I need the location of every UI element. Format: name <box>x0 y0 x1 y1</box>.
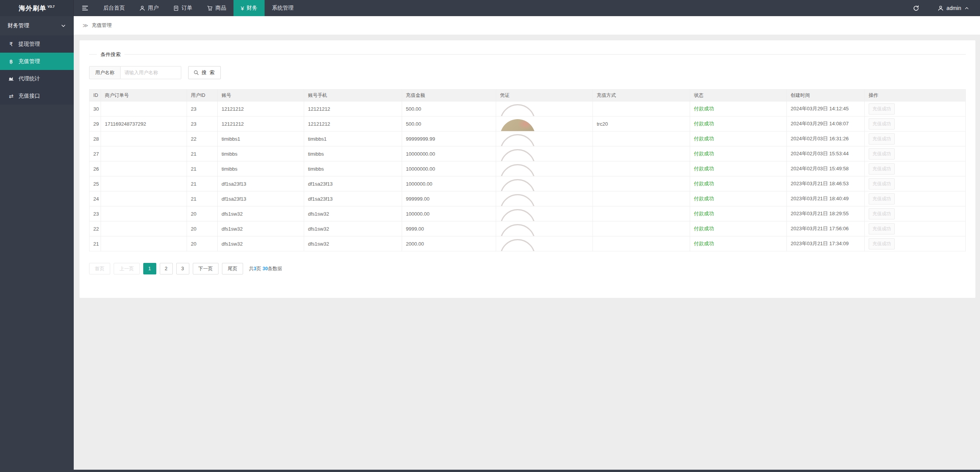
bitcoin-icon: ฿ <box>8 58 15 65</box>
prev-page-button[interactable]: 上一页 <box>114 263 140 274</box>
recharge-status-button[interactable]: 充值成功 <box>869 163 895 175</box>
cell-status: 付款成功 <box>690 176 787 191</box>
table-row: 24 21 df1sa23f13 df1sa23f13 999999.00 付款… <box>89 191 966 206</box>
nav-item-finance[interactable]: ¥ 财务 <box>233 0 265 16</box>
cell-id: 28 <box>89 131 101 146</box>
sidebar-item-recharge-api[interactable]: ⇄ 充值接口 <box>0 87 74 105</box>
last-page-button[interactable]: 尾页 <box>222 263 243 274</box>
nav-item-system[interactable]: 系统管理 <box>265 0 301 16</box>
sidebar-item-withdraw[interactable]: ₹ 提现管理 <box>0 35 74 53</box>
breadcrumb: ≫ 充值管理 <box>74 16 980 35</box>
cell-created: 2023年03月21日 18:40:49 <box>787 191 865 206</box>
voucher-image[interactable] <box>500 179 535 191</box>
cell-user-id: 22 <box>187 131 218 146</box>
cell-phone: 12121212 <box>304 101 402 116</box>
page-1-button[interactable]: 1 <box>143 263 156 274</box>
table-body: 30 23 12121212 12121212 500.00 付款成功 2024… <box>89 101 966 251</box>
user-menu[interactable]: admin <box>929 0 980 16</box>
cell-created: 2023年03月21日 18:29:55 <box>787 206 865 221</box>
recharge-status-button[interactable]: 充值成功 <box>869 118 895 130</box>
rupee-icon: ₹ <box>8 41 15 47</box>
cell-method <box>593 161 690 176</box>
cell-voucher <box>496 236 593 251</box>
cell-amount: 500.00 <box>402 116 496 131</box>
cell-method <box>593 146 690 161</box>
col-voucher: 凭证 <box>496 90 593 101</box>
cell-amount: 99999999.99 <box>402 131 496 146</box>
recharge-status-button[interactable]: 充值成功 <box>869 148 895 160</box>
nav-item-products[interactable]: 商品 <box>200 0 233 16</box>
recharge-status-button[interactable]: 充值成功 <box>869 193 895 204</box>
cell-id: 23 <box>89 206 101 221</box>
recharge-status-button[interactable]: 充值成功 <box>869 208 895 219</box>
voucher-image[interactable] <box>500 134 535 146</box>
cell-status: 付款成功 <box>690 206 787 221</box>
user-icon <box>938 5 944 11</box>
cell-status: 付款成功 <box>690 101 787 116</box>
nav-item-dashboard[interactable]: 后台首页 <box>96 0 132 16</box>
cell-status: 付款成功 <box>690 131 787 146</box>
search-fieldset: 条件搜索 <box>89 54 966 55</box>
cell-voucher <box>496 221 593 236</box>
voucher-image[interactable] <box>500 224 535 236</box>
recharge-status-button[interactable]: 充值成功 <box>869 223 895 234</box>
person-icon <box>139 5 145 11</box>
cell-order-no <box>101 101 187 116</box>
cell-account: df1sa23f13 <box>218 191 304 206</box>
voucher-image[interactable] <box>500 149 535 161</box>
cell-action: 充值成功 <box>865 176 966 191</box>
cell-method <box>593 101 690 116</box>
sidebar-toggle-button[interactable] <box>74 0 96 16</box>
voucher-image[interactable] <box>500 209 535 221</box>
cell-method <box>593 221 690 236</box>
next-page-button[interactable]: 下一页 <box>193 263 219 274</box>
sidebar-group-finance[interactable]: 财务管理 <box>0 16 74 35</box>
recharge-status-button[interactable]: 充值成功 <box>869 238 895 249</box>
sidebar-item-recharge[interactable]: ฿ 充值管理 <box>0 53 74 70</box>
recharge-status-button[interactable]: 充值成功 <box>869 133 895 145</box>
voucher-image[interactable] <box>500 164 535 176</box>
cell-created: 2024年02月03日 15:49:58 <box>787 161 865 176</box>
content-card: 条件搜索 用户名称 搜 索 ID 商户 <box>79 40 975 298</box>
username-input[interactable] <box>121 66 181 79</box>
cell-amount: 1000000.00 <box>402 176 496 191</box>
cell-action: 充值成功 <box>865 146 966 161</box>
cell-method: trc20 <box>593 116 690 131</box>
search-button[interactable]: 搜 索 <box>188 66 221 79</box>
voucher-image[interactable] <box>500 104 535 116</box>
col-method: 充值方式 <box>593 90 690 101</box>
username-field-label: 用户名称 <box>89 66 121 79</box>
nav-item-orders[interactable]: 订单 <box>166 0 200 16</box>
cell-phone: dfs1sw32 <box>304 221 402 236</box>
cell-user-id: 20 <box>187 221 218 236</box>
nav-item-users[interactable]: 用户 <box>132 0 166 16</box>
table-header-row: ID 商户订单号 用户ID 账号 账号手机 充值金额 凭证 充值方式 状态 创建… <box>89 90 966 101</box>
cell-action: 充值成功 <box>865 116 966 131</box>
cell-method <box>593 206 690 221</box>
recharge-status-button[interactable]: 充值成功 <box>869 103 895 115</box>
refresh-button[interactable] <box>903 0 929 16</box>
cell-account: timibbs1 <box>218 131 304 146</box>
col-phone: 账号手机 <box>304 90 402 101</box>
table-row: 27 21 timibbs timibbs 10000000.00 付款成功 2… <box>89 146 966 161</box>
document-icon <box>173 5 179 11</box>
recharge-status-button[interactable]: 充值成功 <box>869 178 895 189</box>
cell-user-id: 21 <box>187 161 218 176</box>
cell-order-no <box>101 236 187 251</box>
cell-id: 25 <box>89 176 101 191</box>
cell-amount: 9999.00 <box>402 221 496 236</box>
cell-account: dfs1sw32 <box>218 221 304 236</box>
cell-action: 充值成功 <box>865 206 966 221</box>
cell-created: 2024年03月29日 14:08:07 <box>787 116 865 131</box>
voucher-image[interactable] <box>500 194 535 206</box>
cell-amount: 10000000.00 <box>402 146 496 161</box>
voucher-image[interactable] <box>500 239 535 251</box>
sidebar-item-agent-stats[interactable]: 代理统计 <box>0 70 74 87</box>
page-3-button[interactable]: 3 <box>176 263 189 274</box>
voucher-image[interactable] <box>500 119 535 131</box>
table-row: 22 20 dfs1sw32 dfs1sw32 9999.00 付款成功 202… <box>89 221 966 236</box>
cell-action: 充值成功 <box>865 131 966 146</box>
cell-method <box>593 131 690 146</box>
first-page-button[interactable]: 首页 <box>89 263 110 274</box>
page-2-button[interactable]: 2 <box>160 263 173 274</box>
